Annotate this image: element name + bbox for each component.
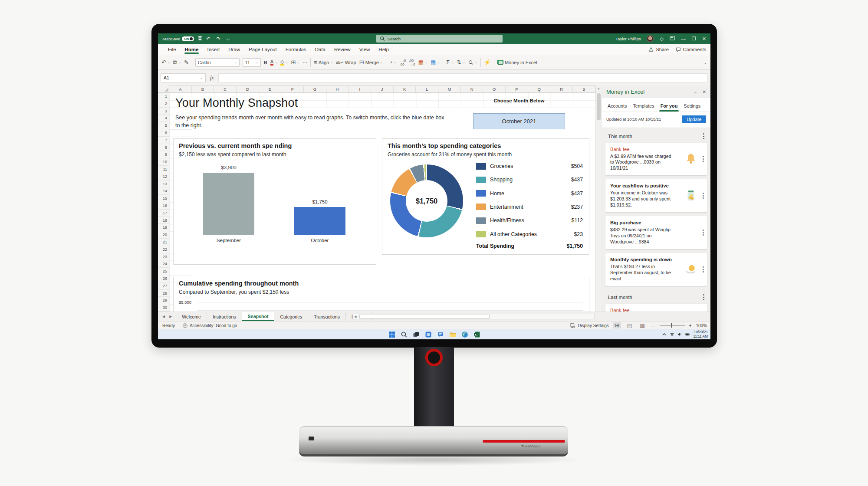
row-header-13[interactable]: 13 bbox=[158, 181, 169, 188]
row-header-25[interactable]: 25 bbox=[158, 268, 169, 275]
autosave-toggle[interactable]: AutoSave On bbox=[162, 36, 194, 41]
column-header-E[interactable]: E bbox=[259, 86, 282, 92]
column-header-B[interactable]: B bbox=[192, 86, 214, 92]
sheet-canvas[interactable]: Your Monthly Snapshot See your spending … bbox=[169, 93, 595, 312]
number-format-button[interactable]: ◔⌄ bbox=[389, 59, 397, 66]
more-formatting-button[interactable]: ⋯ bbox=[302, 59, 307, 65]
row-header-20[interactable]: 20 bbox=[158, 231, 169, 239]
column-header-O[interactable]: O bbox=[483, 86, 506, 92]
column-header-K[interactable]: K bbox=[394, 86, 416, 92]
row-header-30[interactable]: 30 bbox=[158, 304, 169, 312]
conditional-formatting-button[interactable]: ▦⌄ bbox=[418, 59, 427, 66]
row-header-7[interactable]: 7 bbox=[158, 137, 169, 144]
page-break-view-button[interactable]: ▥ bbox=[638, 322, 646, 328]
panel-tab-accounts[interactable]: Accounts bbox=[605, 102, 629, 112]
restore-button[interactable]: ❐ bbox=[692, 36, 696, 42]
increase-decimal-button[interactable]: ←.0.00 bbox=[399, 59, 406, 66]
row-header-15[interactable]: 15 bbox=[158, 195, 169, 202]
insight-card[interactable]: Monthly spending is downThat’s $193.27 l… bbox=[605, 253, 707, 286]
horizontal-scrollbar[interactable]: ◀ bbox=[352, 314, 595, 319]
wifi-icon[interactable] bbox=[670, 332, 674, 337]
row-header-19[interactable]: 19 bbox=[158, 224, 169, 231]
row-header-3[interactable]: 3 bbox=[158, 108, 169, 115]
sort-filter-button[interactable]: ⇅⌄ bbox=[457, 59, 465, 66]
row-header-22[interactable]: 22 bbox=[158, 246, 169, 253]
paste-button[interactable]: ⧉⌄ bbox=[173, 59, 181, 66]
column-header-H[interactable]: H bbox=[326, 86, 349, 92]
month-date-box[interactable]: October 2021 bbox=[473, 113, 565, 129]
scrollbar-thumb[interactable] bbox=[597, 93, 601, 120]
row-header-14[interactable]: 14 bbox=[158, 187, 169, 195]
column-header-D[interactable]: D bbox=[237, 86, 259, 92]
update-button[interactable]: Update bbox=[682, 115, 706, 123]
row-header-5[interactable]: 5 bbox=[158, 122, 169, 129]
row-header-4[interactable]: 4 bbox=[158, 115, 169, 122]
sheet-tab-snapshot[interactable]: Snapshot bbox=[242, 312, 275, 321]
wrap-button[interactable]: ab↩Wrap bbox=[336, 60, 356, 65]
column-header-A[interactable]: A bbox=[169, 86, 192, 92]
column-header-R[interactable]: R bbox=[550, 86, 573, 92]
clock[interactable]: 10/20/21 11:11 AM bbox=[693, 330, 708, 338]
tab-review[interactable]: Review bbox=[330, 45, 355, 53]
tray-chevron-up-icon[interactable] bbox=[662, 332, 667, 337]
tab-home[interactable]: Home bbox=[181, 45, 203, 53]
column-header-N[interactable]: N bbox=[461, 86, 483, 92]
close-button[interactable]: ✕ bbox=[702, 36, 706, 42]
font-name-select[interactable]: Calibri⌄ bbox=[195, 58, 240, 67]
analyze-data-icon[interactable]: ⚡ bbox=[484, 59, 491, 66]
zoom-slider[interactable] bbox=[660, 325, 685, 326]
minimize-button[interactable]: — bbox=[681, 36, 686, 41]
card-kebab-icon[interactable]: ••• bbox=[702, 229, 704, 236]
ribbon-display-options-icon[interactable] bbox=[670, 36, 675, 42]
row-header-10[interactable]: 10 bbox=[158, 158, 169, 166]
page-layout-view-button[interactable]: ▤ bbox=[625, 322, 634, 328]
row-header-28[interactable]: 28 bbox=[158, 290, 169, 297]
card-kebab-icon[interactable]: ••• bbox=[702, 155, 704, 163]
share-button[interactable]: Share bbox=[648, 47, 668, 52]
row-header-29[interactable]: 29 bbox=[158, 297, 169, 304]
file-explorer-icon[interactable] bbox=[449, 331, 456, 338]
display-settings-button[interactable]: Display Settings bbox=[570, 323, 609, 328]
quick-access-customize-icon[interactable]: ⌵ bbox=[227, 36, 230, 41]
insight-card[interactable]: Bank feeA $3.99 ATM fee was charged to W… bbox=[605, 304, 707, 312]
zoom-out-button[interactable]: — bbox=[651, 323, 655, 328]
edge-icon[interactable] bbox=[461, 331, 468, 338]
section-kebab-icon[interactable]: ••• bbox=[703, 294, 704, 301]
align-button[interactable]: ≡Align⌄ bbox=[314, 59, 333, 66]
chat-icon[interactable] bbox=[437, 331, 444, 338]
panel-chevron-down-icon[interactable]: ⌄ bbox=[694, 89, 697, 94]
sheet-nav-right-icon[interactable]: ▶ bbox=[169, 315, 172, 319]
column-header-F[interactable]: F bbox=[281, 86, 304, 92]
column-header-L[interactable]: L bbox=[416, 86, 438, 92]
save-icon[interactable] bbox=[197, 36, 203, 42]
row-header-27[interactable]: 27 bbox=[158, 282, 169, 290]
autosum-button[interactable]: Σ⌄ bbox=[446, 59, 454, 66]
tab-help[interactable]: Help bbox=[375, 45, 393, 53]
comments-button[interactable]: Comments bbox=[676, 47, 706, 52]
format-as-table-button[interactable]: ▦⌄ bbox=[431, 59, 440, 66]
card-kebab-icon[interactable]: ••• bbox=[702, 192, 704, 200]
column-header-G[interactable]: G bbox=[304, 86, 326, 92]
font-size-select[interactable]: 11⌄ bbox=[243, 58, 261, 67]
panel-tab-settings[interactable]: Settings bbox=[681, 102, 703, 112]
money-in-excel-button[interactable]: Money in Excel bbox=[497, 60, 537, 65]
row-header-12[interactable]: 12 bbox=[158, 173, 169, 181]
row-header-9[interactable]: 9 bbox=[158, 151, 169, 158]
fill-color-button[interactable]: ◇⌄ bbox=[280, 59, 288, 66]
decrease-decimal-button[interactable]: .00→.0 bbox=[409, 59, 415, 66]
h-scrollbar-thumb[interactable] bbox=[359, 315, 490, 319]
task-view-icon[interactable] bbox=[413, 331, 420, 338]
sheet-tab-welcome[interactable]: Welcome bbox=[176, 312, 207, 321]
panel-tab-templates[interactable]: Templates bbox=[631, 102, 656, 112]
zoom-in-button[interactable]: + bbox=[689, 323, 692, 328]
user-name[interactable]: Taylor Phillips bbox=[615, 36, 641, 41]
row-header-23[interactable]: 23 bbox=[158, 253, 169, 261]
section-kebab-icon[interactable]: ••• bbox=[703, 133, 704, 140]
sheet-tab-transactions[interactable]: Transactions bbox=[308, 312, 346, 321]
search-box[interactable]: Search bbox=[376, 35, 503, 43]
scroll-up-icon[interactable]: ▲ bbox=[597, 87, 600, 90]
row-header-6[interactable]: 6 bbox=[158, 129, 169, 137]
volume-icon[interactable] bbox=[677, 332, 682, 337]
panel-close-icon[interactable]: ✕ bbox=[703, 89, 706, 94]
name-box[interactable]: A1⌄ bbox=[161, 73, 206, 82]
